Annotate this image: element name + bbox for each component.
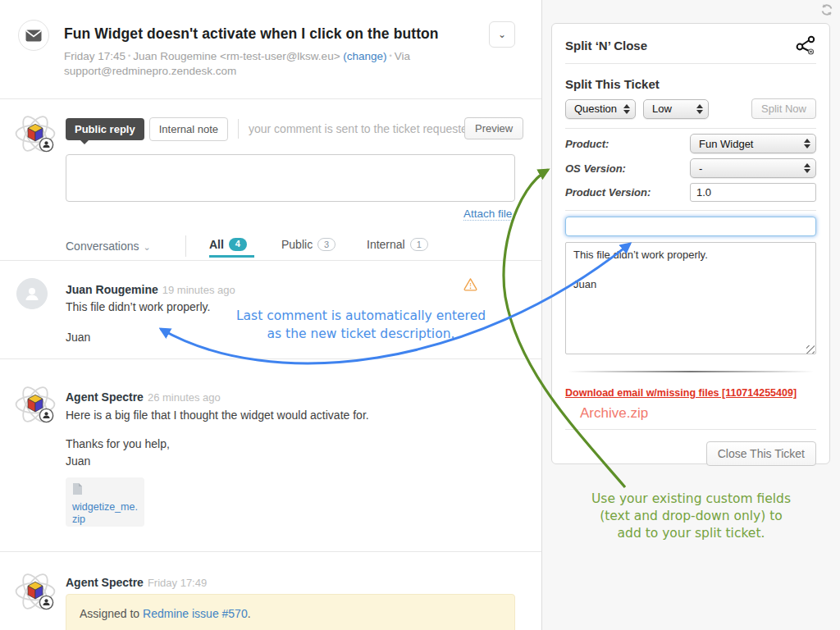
green-annotation-line: Use your existing custom fields [542, 491, 840, 508]
ticket-timestamp: Friday 17:45 [64, 50, 126, 62]
tab-public-count-badge: 3 [317, 238, 336, 251]
tab-internal-count-badge: 1 [410, 238, 428, 251]
tab-internal-label: Internal [367, 238, 405, 251]
via-address: support@redminepro.zendesk.com [64, 65, 236, 77]
email-icon [25, 30, 42, 42]
divider [565, 63, 816, 64]
os-version-value: - [699, 162, 797, 175]
tab-public-label: Public [281, 238, 313, 251]
archive-filename[interactable]: Archive.zip [580, 405, 816, 422]
priority-value: Low [652, 103, 690, 115]
stepper-icon [696, 104, 703, 114]
ticket-options-button[interactable]: ⌄ [489, 21, 515, 48]
composer-tabs: Public reply Internal note your comment … [66, 117, 472, 140]
tab-all-label: All [209, 238, 224, 251]
comment-header: Juan Rougemine19 minutes ago [66, 282, 235, 297]
close-this-ticket-button[interactable]: Close This Ticket [706, 441, 816, 466]
share-split-icon[interactable] [795, 34, 816, 56]
green-annotation: Use your existing custom fields (text an… [542, 491, 840, 542]
comment-text: Juan [66, 331, 90, 344]
tab-public[interactable]: Public 3 [281, 238, 336, 251]
comment-time: 26 minutes ago [144, 391, 221, 404]
warning-icon[interactable] [463, 278, 477, 292]
comment-header: Agent Spectre26 minutes ago [66, 390, 221, 404]
divider [0, 98, 541, 99]
system-note: Assigned to Redmine issue #570. [66, 594, 515, 630]
comment-author: Agent Spectre [66, 390, 144, 404]
new-ticket-description-textarea[interactable]: This file didn’t work properly. Juan [565, 242, 816, 354]
agent-avatar [13, 569, 57, 614]
system-note-text: Assigned to [80, 607, 143, 620]
os-version-select[interactable]: - [690, 158, 816, 178]
tab-internal-note[interactable]: Internal note [149, 117, 228, 141]
bullet-separator: • [126, 52, 133, 60]
comment-time: 19 minutes ago [158, 284, 235, 296]
product-value: Fun Widget [699, 138, 797, 150]
blue-annotation-line: as the new ticket description. [201, 325, 521, 343]
divider [238, 119, 239, 139]
app-title: Split ‘N’ Close [565, 39, 647, 52]
comment-author: Juan Rougemine [66, 283, 158, 296]
stepper-icon [804, 163, 810, 173]
product-label: Product: [565, 138, 609, 150]
change-requester-link[interactable]: (change) [343, 50, 386, 62]
zendesk-ticket-app: Fun Widget doesn't activate when I click… [0, 0, 840, 630]
tab-public-reply[interactable]: Public reply [66, 118, 144, 140]
tab-internal[interactable]: Internal 1 [367, 238, 428, 251]
download-email-link[interactable]: Download email w/missing files [11071425… [565, 387, 797, 399]
divider [565, 371, 816, 372]
divider [565, 429, 816, 430]
ticket-type-select[interactable]: Question [565, 99, 636, 119]
tab-all-count-badge: 4 [229, 238, 247, 251]
divider [565, 128, 816, 129]
ticket-type-value: Question [574, 103, 617, 115]
conversations-label: Conversations [66, 240, 139, 253]
attachment-filename: widgetize_me.zip [72, 501, 138, 526]
blue-annotation: Last comment is automatically entered as… [201, 307, 521, 343]
stepper-icon [804, 139, 810, 148]
split-n-close-app: Split ‘N’ Close Split This Ticket Questi… [551, 23, 830, 464]
via-label: Via [395, 50, 410, 62]
comment-input[interactable] [66, 154, 515, 202]
redmine-issue-link[interactable]: Redmine issue #570 [143, 607, 248, 620]
attach-file-link[interactable]: Attach file [463, 208, 512, 221]
system-note-text: . [248, 607, 251, 620]
product-version-input[interactable] [690, 183, 816, 202]
product-version-label: Product Version: [565, 186, 651, 199]
ticket-title: Fun Widget doesn't activate when I click… [64, 25, 439, 43]
ticket-requester: Juan Rougemine <rm-test-user@lksw.eu> [133, 50, 340, 62]
comment-text: This file didn’t work properly. [66, 300, 210, 313]
person-icon [23, 285, 41, 303]
comment-header: Agent SpectreFriday 17:49 [66, 575, 207, 590]
new-ticket-subject-input[interactable] [565, 217, 816, 236]
agent-avatar [13, 112, 57, 156]
green-annotation-line: add to your split ticket. [542, 525, 840, 542]
comment-time: Friday 17:49 [144, 577, 207, 589]
comment-text: Juan [66, 454, 90, 468]
priority-select[interactable]: Low [643, 99, 709, 119]
apps-pane: Split ‘N’ Close Split This Ticket Questi… [542, 0, 840, 630]
ticket-pane: Fun Widget doesn't activate when I click… [0, 0, 542, 630]
user-avatar [16, 278, 48, 309]
agent-avatar [13, 382, 57, 427]
active-tab-underline [209, 255, 254, 258]
channel-avatar [18, 20, 49, 51]
divider [0, 358, 541, 359]
tab-all[interactable]: All 4 [209, 238, 247, 251]
bullet-separator: • [387, 52, 395, 60]
split-now-button[interactable]: Split Now [751, 98, 816, 119]
resize-handle[interactable] [806, 345, 815, 354]
product-select[interactable]: Fun Widget [690, 134, 816, 153]
attachment-card[interactable]: widgetize_me.zip [66, 477, 144, 527]
comment-author: Agent Spectre [66, 576, 144, 589]
section-title: Split This Ticket [565, 77, 816, 91]
os-version-label: OS Version: [565, 162, 626, 175]
comment-text: Here is a big file that I thought the wi… [66, 409, 369, 422]
refresh-icon[interactable] [820, 3, 833, 16]
conversations-dropdown[interactable]: Conversations⌄ [66, 240, 151, 253]
divider [0, 260, 541, 261]
preview-button[interactable]: Preview [464, 117, 523, 139]
stepper-icon [623, 104, 630, 114]
blue-annotation-line: Last comment is automatically entered [201, 307, 521, 325]
composer-hint: your comment is sent to the ticket reque… [249, 122, 472, 135]
